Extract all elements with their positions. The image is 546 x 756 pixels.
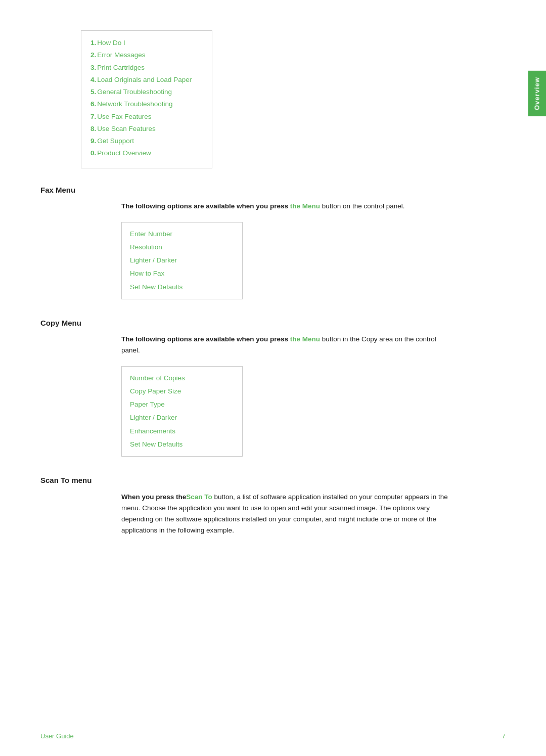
copy-menu-item[interactable]: Paper Type <box>130 398 234 411</box>
nav-list-item[interactable]: 7.Use Fax Features <box>90 112 203 122</box>
copy-menu-box: Number of CopiesCopy Paper SizePaper Typ… <box>121 366 243 457</box>
nav-item-label: Load Originals and Load Paper <box>97 76 192 83</box>
nav-item-label: Print Cartridges <box>97 64 145 71</box>
nav-item-num: 0. <box>90 149 96 157</box>
fax-menu-desc-before: The following options are available when… <box>121 202 290 210</box>
nav-item-num: 2. <box>90 51 96 59</box>
nav-item-num: 5. <box>90 88 96 96</box>
nav-list-item[interactable]: 0.Product Overview <box>90 148 203 158</box>
nav-list-item[interactable]: 4.Load Originals and Load Paper <box>90 75 203 85</box>
copy-menu-item[interactable]: Enhancements <box>130 425 234 438</box>
scan-to-section: Scan To menu When you press theScan To b… <box>81 475 455 537</box>
nav-list-item[interactable]: 2.Error Messages <box>90 50 203 60</box>
nav-item-label: Error Messages <box>97 51 145 59</box>
fax-menu-item[interactable]: Lighter / Darker <box>130 254 234 267</box>
nav-list-item[interactable]: 6.Network Troubleshooting <box>90 99 203 109</box>
copy-menu-desc: The following options are available when… <box>121 334 455 355</box>
sidebar-tab-label: Overview <box>533 77 541 110</box>
copy-menu-desc-before: The following options are available when… <box>121 335 290 343</box>
scan-to-heading: Scan To menu <box>40 475 455 486</box>
nav-item-num: 7. <box>90 113 96 120</box>
footer-left: User Guide <box>40 731 74 741</box>
fax-menu-item[interactable]: Resolution <box>130 241 234 254</box>
nav-item-num: 8. <box>90 125 96 132</box>
nav-item-label: How Do I <box>97 39 125 47</box>
fax-menu-desc-after: button on the control panel. <box>320 202 404 210</box>
nav-list-item[interactable]: 5.General Troubleshooting <box>90 87 203 97</box>
nav-item-num: 6. <box>90 100 96 108</box>
page-content: 1.How Do I2.Error Messages3.Print Cartri… <box>0 0 495 585</box>
copy-menu-item[interactable]: Copy Paper Size <box>130 385 234 398</box>
nav-item-label: Network Troubleshooting <box>97 100 172 108</box>
fax-menu-box: Enter NumberResolutionLighter / DarkerHo… <box>121 222 243 299</box>
fax-menu-item[interactable]: Set New Defaults <box>130 281 234 294</box>
fax-menu-item[interactable]: Enter Number <box>130 228 234 241</box>
nav-item-label: General Troubleshooting <box>97 88 172 96</box>
nav-item-num: 9. <box>90 137 96 145</box>
nav-list-item[interactable]: 3.Print Cartridges <box>90 63 203 73</box>
fax-menu-heading: Fax Menu <box>40 185 455 196</box>
copy-menu-section: Copy Menu The following options are avai… <box>81 318 455 457</box>
nav-box: 1.How Do I2.Error Messages3.Print Cartri… <box>81 30 212 168</box>
fax-menu-list: Enter NumberResolutionLighter / DarkerHo… <box>130 228 234 294</box>
nav-item-num: 4. <box>90 76 96 83</box>
nav-list: 1.How Do I2.Error Messages3.Print Cartri… <box>90 38 203 159</box>
fax-menu-item[interactable]: How to Fax <box>130 267 234 280</box>
nav-item-num: 1. <box>90 39 96 47</box>
fax-menu-section: Fax Menu The following options are avail… <box>81 185 455 299</box>
nav-item-label: Use Scan Features <box>97 125 156 132</box>
page-footer: User Guide 7 <box>40 731 506 741</box>
fax-menu-highlight: the Menu <box>290 202 320 210</box>
copy-menu-list: Number of CopiesCopy Paper SizePaper Typ… <box>130 372 234 452</box>
copy-menu-item[interactable]: Number of Copies <box>130 372 234 385</box>
nav-item-label: Get Support <box>97 137 134 145</box>
nav-list-item[interactable]: 9.Get Support <box>90 136 203 146</box>
nav-list-item[interactable]: 1.How Do I <box>90 38 203 48</box>
nav-item-label: Use Fax Features <box>97 113 151 120</box>
nav-item-num: 3. <box>90 64 96 71</box>
nav-item-label: Product Overview <box>97 149 151 157</box>
footer-right: 7 <box>502 731 506 741</box>
sidebar-overview-tab[interactable]: Overview <box>528 71 547 116</box>
scan-to-desc: When you press theScan To button, a list… <box>121 492 455 537</box>
copy-menu-highlight: the Menu <box>290 335 320 343</box>
scan-to-highlight: Scan To <box>186 493 212 501</box>
copy-menu-item[interactable]: Set New Defaults <box>130 438 234 451</box>
fax-menu-desc: The following options are available when… <box>121 201 455 212</box>
copy-menu-item[interactable]: Lighter / Darker <box>130 411 234 424</box>
copy-menu-heading: Copy Menu <box>40 318 455 329</box>
nav-list-item[interactable]: 8.Use Scan Features <box>90 124 203 134</box>
